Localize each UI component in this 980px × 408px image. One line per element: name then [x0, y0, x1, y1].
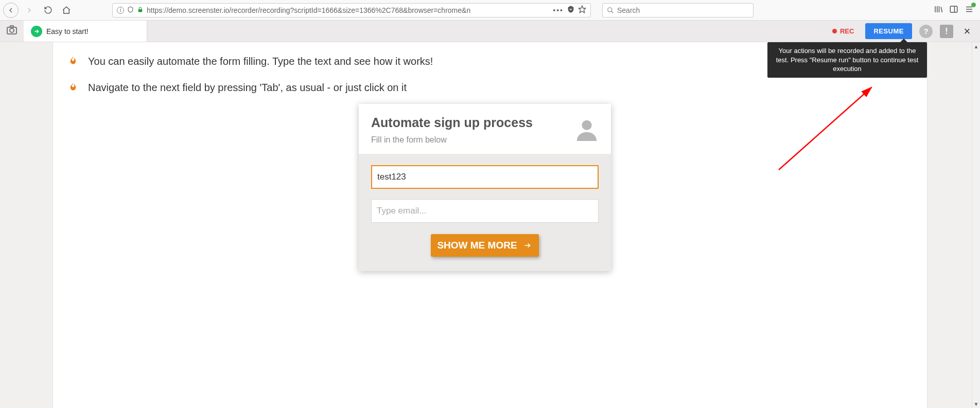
resume-tooltip: Your actions will be recorded and added … [767, 42, 927, 78]
page-area: You can easily automate the form filling… [0, 42, 980, 408]
alert-icon: ! [945, 27, 948, 36]
search-icon [607, 7, 614, 14]
shield-icon [127, 6, 134, 14]
email-input[interactable] [371, 199, 599, 223]
alert-button[interactable]: ! [940, 25, 953, 38]
help-icon: ? [923, 27, 928, 36]
close-button[interactable]: × [960, 25, 974, 38]
annotation-arrow [774, 82, 897, 175]
signup-card: Automate sign up process Fill in the for… [359, 104, 611, 271]
page-tab[interactable]: Easy to start! [24, 21, 147, 42]
resume-button[interactable]: RESUME [865, 23, 912, 39]
chrome-right-icons [934, 5, 977, 16]
help-button[interactable]: ? [919, 25, 933, 38]
tip-text: You can easily automate the form filling… [88, 56, 433, 67]
info-icon: i [117, 7, 124, 14]
svg-rect-0 [138, 9, 143, 11]
url-text: https://demo.screenster.io/recorder/reco… [147, 6, 550, 14]
svg-line-7 [779, 87, 871, 170]
flame-icon [68, 55, 78, 68]
svg-point-2 [608, 7, 612, 11]
reload-button[interactable] [40, 3, 56, 18]
card-subtitle: Fill in the form below [371, 135, 533, 145]
tip-text: Navigate to the next field by pressing '… [88, 82, 407, 94]
resume-label: RESUME [873, 27, 904, 35]
search-input[interactable] [617, 6, 749, 14]
address-bar[interactable]: i https://demo.screenster.io/recorder/re… [112, 3, 591, 17]
svg-rect-3 [950, 6, 957, 12]
svg-point-5 [10, 28, 14, 32]
scroll-track[interactable] [972, 50, 980, 400]
show-button-label: SHOW ME MORE [437, 240, 517, 251]
card-header: Automate sign up process Fill in the for… [359, 104, 611, 154]
scroll-down-icon[interactable]: ▼ [972, 400, 980, 408]
arrow-right-icon [522, 241, 533, 250]
content-panel: You can easily automate the form filling… [52, 42, 927, 408]
pocket-icon[interactable] [567, 5, 575, 15]
rec-dot-icon [832, 29, 837, 33]
back-button[interactable] [3, 3, 19, 18]
avatar-icon [575, 117, 599, 141]
rec-indicator[interactable]: REC [828, 27, 858, 35]
library-icon[interactable] [934, 5, 943, 16]
close-icon: × [964, 25, 971, 38]
more-icon[interactable]: ••• [553, 6, 564, 14]
home-button[interactable] [59, 3, 74, 18]
rec-label: REC [840, 27, 854, 35]
card-title: Automate sign up process [371, 115, 533, 130]
scroll-up-icon[interactable]: ▲ [972, 42, 980, 50]
search-bar[interactable] [602, 3, 754, 17]
show-me-more-button[interactable]: SHOW ME MORE [431, 234, 539, 257]
lock-icon [137, 6, 144, 14]
tooltip-text: Your actions will be recorded and added … [776, 47, 919, 73]
name-input[interactable] [371, 165, 599, 189]
svg-point-6 [582, 120, 591, 130]
screenshot-tool-icon[interactable] [0, 21, 24, 42]
recorder-toolbar: Easy to start! REC RESUME ? ! × [0, 21, 980, 42]
browser-chrome-bar: i https://demo.screenster.io/recorder/re… [0, 0, 980, 21]
flame-icon [68, 81, 78, 95]
svg-marker-1 [579, 6, 585, 12]
forward-button[interactable] [22, 3, 37, 18]
card-body: SHOW ME MORE [359, 154, 611, 271]
menu-icon[interactable] [965, 5, 974, 16]
tab-arrow-icon [31, 26, 42, 37]
tab-label: Easy to start! [46, 27, 89, 36]
tip-row: Navigate to the next field by pressing '… [68, 81, 912, 95]
vertical-scrollbar[interactable]: ▲ ▼ [972, 42, 980, 408]
bookmark-star-icon[interactable] [578, 5, 586, 15]
sidebar-icon[interactable] [949, 5, 958, 16]
